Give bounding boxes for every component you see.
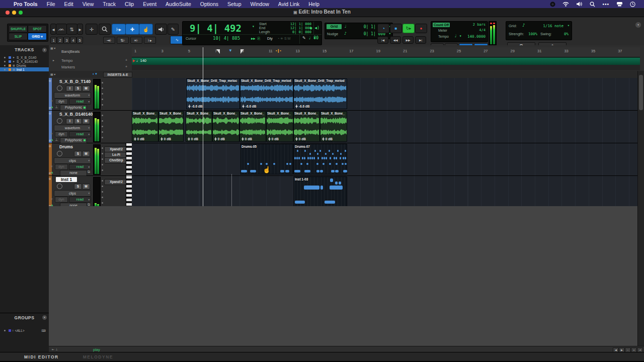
menu-item-window[interactable]: Window [246, 1, 274, 7]
grid-mode-button[interactable]: GRID ▾ [28, 33, 47, 40]
grabber-tool-button[interactable]: ☝ [139, 24, 153, 35]
zoom-in-arrow-button[interactable]: ▸ [77, 24, 83, 35]
midi-note[interactable] [304, 150, 306, 152]
midi-note[interactable] [330, 178, 333, 182]
midi-note[interactable] [331, 170, 335, 172]
tempo-ruler-label[interactable]: Tempo [61, 58, 73, 63]
insert-slot-dot[interactable] [102, 197, 103, 198]
track-show-dot[interactable] [4, 65, 6, 66]
menu-item-edit[interactable]: Edit [60, 1, 78, 7]
tempo-value[interactable]: 140.0000 [467, 34, 486, 39]
mirrored-editing-button[interactable]: ⇅⊦ [117, 37, 129, 44]
track-record-enable-button[interactable] [57, 151, 62, 156]
track-freeze-icon[interactable]: ◎ [49, 79, 51, 82]
automation-mode-button[interactable]: read▾ [69, 99, 91, 105]
track-name[interactable]: Drums [59, 144, 73, 149]
quantize-note-icon[interactable]: ♪ [522, 23, 525, 28]
audio-clip[interactable]: Skull_X_Bone_ 0 dB [266, 111, 293, 142]
group-item-all[interactable]: !<ALL>⌨ [0, 328, 49, 333]
scrubber-tool-button[interactable] [155, 24, 167, 35]
track-show-dot[interactable] [4, 57, 6, 58]
elastic-enable-icon[interactable]: ▲ [50, 105, 54, 109]
group-keyboard-icon[interactable]: ⌨ [41, 329, 46, 332]
midi-note[interactable] [329, 163, 331, 165]
midi-note[interactable] [304, 157, 305, 159]
track-freeze-icon[interactable]: ◎ [49, 144, 51, 147]
clip-gain-value[interactable]: 0 dB [295, 137, 306, 141]
audio-zoom-button[interactable]: ᨏ [56, 24, 67, 35]
tracks-list-menu-button[interactable]: ▾ [42, 48, 47, 52]
midi-note[interactable] [330, 186, 343, 190]
track-lane-inst-1[interactable]: Inst 1-03 [132, 176, 637, 209]
end-value[interactable]: 12| 1| 000 [290, 26, 311, 30]
audio-clip[interactable]: Skull_X_Bone_ 0 dB [132, 111, 158, 142]
mute-button[interactable]: M [82, 118, 90, 124]
midi-note[interactable] [336, 163, 338, 165]
solo-button[interactable]: S [74, 85, 82, 92]
midi-note[interactable] [321, 157, 323, 159]
play-button[interactable]: ↻▸ [403, 24, 415, 33]
input-monitor-button[interactable]: I [66, 118, 74, 124]
track-freeze-icon[interactable]: ◎ [49, 177, 51, 180]
go-to-end-button[interactable]: ▶| [415, 36, 426, 44]
zoom-preset-1[interactable]: 1 [50, 37, 57, 44]
strength-value[interactable]: 100% [528, 32, 537, 36]
midi-note[interactable] [300, 163, 302, 165]
zoom-preset-4[interactable]: 4 [70, 37, 76, 44]
clip-gain-value[interactable]: -6.6 dB [295, 105, 309, 108]
midi-note[interactable] [345, 157, 346, 159]
midi-note[interactable] [343, 170, 347, 172]
quantize-grid-dropdown[interactable]: ▾ [568, 24, 570, 28]
track-name[interactable]: S_X_B_D_T140 [59, 79, 91, 84]
midi-note[interactable] [294, 170, 300, 172]
midi-note[interactable] [309, 153, 311, 155]
midi-note[interactable] [316, 163, 318, 165]
loop-audition-icons[interactable]: ◉ ◀) [310, 26, 319, 30]
selector-tool-button[interactable]: ✚ [125, 24, 139, 35]
insert-slot-dot[interactable] [102, 87, 103, 89]
menu-item-options[interactable]: Options [196, 1, 223, 7]
menu-item-clip[interactable]: Clip [120, 1, 138, 7]
inserts-column-header[interactable]: INSERTS A-E [103, 72, 132, 77]
midi-note[interactable] [334, 157, 335, 159]
midi-note[interactable] [335, 170, 339, 172]
midi-note[interactable] [335, 182, 338, 185]
midi-note[interactable] [298, 157, 300, 159]
link-track-selection-button[interactable]: ≡⊦ [130, 37, 142, 44]
track-header-s_x_b_d140140[interactable]: ◎⇄S_X_B_D140140▾ISMwaveform▾✳dynread▾▲⊥P… [49, 111, 132, 143]
track-record-enable-button[interactable] [57, 184, 62, 189]
midi-note[interactable] [250, 170, 256, 172]
menu-item-file[interactable]: File [42, 1, 60, 7]
bars-beats-ruler[interactable]: ▼ •❙• 135791113151719212325272931333537 [132, 47, 640, 57]
song-start-marker[interactable]: •❙• [276, 49, 281, 53]
voice-selector[interactable]: Polyphonic [60, 137, 87, 143]
track-record-enable-button[interactable] [57, 85, 62, 91]
start-value[interactable]: 12| 1| 000 [290, 22, 311, 26]
midi-note[interactable] [320, 170, 323, 172]
elastic-enable-icon[interactable]: ▲ [50, 138, 54, 141]
sidebar-track-inst-1[interactable]: ▦Inst 1 [0, 67, 49, 71]
dyn-button[interactable]: dyn [55, 131, 68, 137]
record-button[interactable]: ● [415, 24, 427, 33]
toolbar-options-button[interactable]: ▾ [635, 22, 641, 28]
track-freeze-icon[interactable]: ◎ [49, 112, 51, 115]
midi-zoom-button[interactable]: ⇅ [66, 24, 77, 35]
tempo-note-icon[interactable]: ♩ ▾ [454, 34, 461, 38]
clip-gain-value[interactable]: 0 dB [214, 137, 225, 141]
midi-note[interactable] [273, 163, 275, 165]
midi-note[interactable] [343, 157, 344, 159]
count-off-value[interactable]: 2 bars [473, 23, 486, 27]
midi-note[interactable] [317, 153, 318, 155]
midi-clip[interactable]: Drums-07 [293, 144, 347, 174]
track-header-inst-1[interactable]: ◎⇄Inst 1▾SMclips▾✳dynread▾▲none⧉Xpand!2 [49, 176, 132, 209]
count-off-label[interactable]: Count Off [433, 23, 450, 27]
dyn-button[interactable]: dyn [55, 197, 68, 203]
wifi-icon[interactable] [562, 2, 569, 7]
grid-value-label[interactable]: Grid [327, 24, 342, 29]
midi-note[interactable] [241, 170, 247, 172]
track-header-s_x_b_d_t140[interactable]: ◎⇄S_X_B_D_T140▾ISMwaveform▾✳dynread▾▲⊥Po… [49, 78, 132, 111]
midi-note[interactable] [289, 163, 291, 165]
return-to-zero-button[interactable]: |◀ [377, 36, 388, 44]
midi-note[interactable] [345, 150, 346, 152]
midi-note[interactable] [266, 163, 268, 165]
